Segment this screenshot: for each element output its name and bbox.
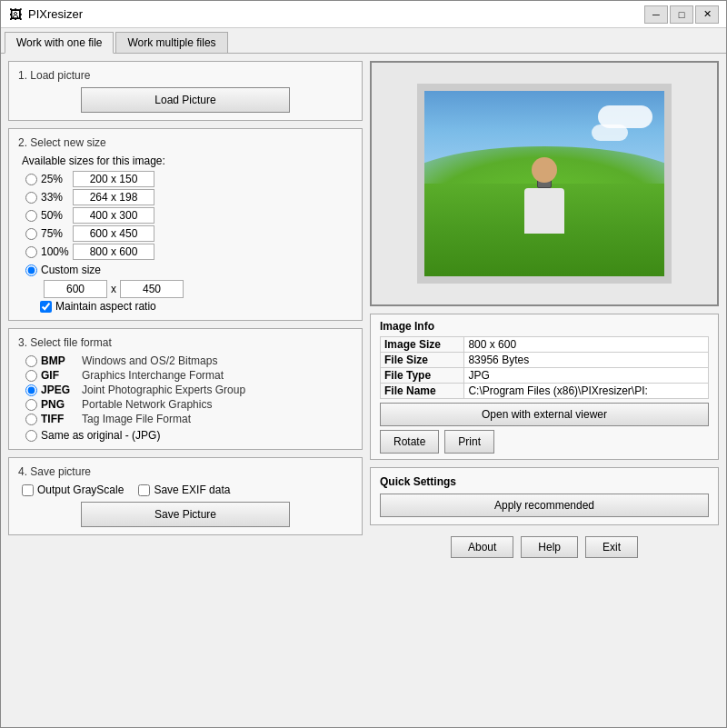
format-section-label: 3. Select file format	[18, 336, 353, 349]
aspect-ratio-checkbox[interactable]	[40, 301, 52, 313]
left-panel: 1. Load picture Load Picture 2. Select n…	[8, 61, 363, 720]
size-pct-25: 25%	[41, 173, 73, 185]
filetype-key: File Type	[381, 368, 464, 384]
open-external-button[interactable]: Open with external viewer	[380, 403, 709, 426]
size-pct-33: 33%	[41, 191, 73, 204]
custom-inputs-row: x	[18, 280, 353, 298]
format-name-bmp: BMP	[41, 354, 82, 367]
format-section: 3. Select file format BMP Windows and OS…	[8, 328, 363, 450]
format-radio-png[interactable]	[25, 399, 37, 411]
preview-inner	[417, 84, 672, 284]
person-head	[532, 157, 557, 183]
info-row-filename: File Name C:\Program Files (x86)\PIXresi…	[381, 384, 709, 399]
right-panel: Image Info Image Size 800 x 600 File Siz…	[370, 61, 719, 720]
x-separator: x	[111, 283, 116, 295]
filesize-val: 83956 Bytes	[464, 353, 709, 368]
size-row-100: 100% 800 x 600	[18, 244, 353, 260]
format-row-tiff: TIFF Tag Image File Format	[18, 413, 353, 425]
load-picture-section: 1. Load picture Load Picture	[8, 61, 363, 121]
size-val: 800 x 600	[464, 337, 709, 353]
minimize-button[interactable]: ─	[644, 5, 668, 24]
info-row-size: Image Size 800 x 600	[381, 337, 709, 353]
select-size-section: 2. Select new size Available sizes for t…	[8, 128, 363, 321]
size-section-label: 2. Select new size	[18, 136, 353, 149]
format-name-gif: GIF	[41, 369, 82, 382]
image-preview-box	[370, 61, 719, 306]
exif-checkbox[interactable]	[138, 484, 150, 496]
size-radio-100[interactable]	[25, 246, 37, 258]
custom-label: Custom size	[41, 264, 101, 276]
bottom-buttons: About Help Exit	[370, 533, 719, 562]
format-row-jpeg: JPEG Joint Photographic Experts Group	[18, 384, 353, 396]
person-figure	[517, 157, 572, 239]
close-button[interactable]: ✕	[695, 5, 719, 24]
size-pct-100: 100%	[41, 245, 73, 258]
tab-one-file[interactable]: Work with one file	[5, 32, 114, 54]
filename-key: File Name	[381, 384, 464, 399]
grayscale-checkbox[interactable]	[22, 484, 34, 496]
filetype-val: JPG	[464, 368, 709, 384]
print-button[interactable]: Print	[444, 430, 494, 454]
about-button[interactable]: About	[451, 536, 513, 558]
custom-height-input[interactable]	[120, 280, 184, 298]
size-radio-75[interactable]	[25, 228, 37, 240]
same-as-label: Same as original - (JPG)	[41, 429, 160, 442]
load-section-label: 1. Load picture	[18, 69, 353, 82]
format-radio-gif[interactable]	[25, 370, 37, 382]
size-row-25: 25% 200 x 150	[18, 171, 353, 187]
format-radio-tiff[interactable]	[25, 414, 37, 425]
load-picture-button[interactable]: Load Picture	[81, 87, 290, 113]
format-name-jpeg: JPEG	[41, 384, 82, 396]
size-row-33: 33% 264 x 198	[18, 189, 353, 205]
size-radio-25[interactable]	[25, 174, 37, 185]
image-info-title: Image Info	[380, 320, 709, 333]
app-icon: 🖼	[8, 7, 23, 22]
size-dim-25: 200 x 150	[73, 171, 154, 187]
rotate-print-row: Rotate Print	[380, 430, 709, 454]
size-dim-50: 400 x 300	[73, 207, 154, 224]
preview-image	[424, 91, 664, 276]
exit-button[interactable]: Exit	[585, 536, 638, 558]
tab-bar: Work with one file Work multiple files	[1, 28, 726, 54]
size-pct-50: 50%	[41, 209, 73, 222]
size-row-50: 50% 400 x 300	[18, 207, 353, 224]
info-row-filesize: File Size 83956 Bytes	[381, 353, 709, 368]
main-content: 1. Load picture Load Picture 2. Select n…	[1, 54, 726, 727]
format-radio-jpeg[interactable]	[25, 384, 37, 396]
filesize-key: File Size	[381, 353, 464, 368]
format-desc-gif: Graphics Interchange Format	[82, 369, 224, 382]
format-radio-same[interactable]	[25, 430, 37, 442]
size-radio-custom[interactable]	[25, 264, 37, 276]
save-section-label: 4. Save picture	[18, 465, 353, 478]
custom-width-input[interactable]	[44, 280, 107, 298]
cloud2	[592, 125, 628, 141]
title-bar: 🖼 PIXresizer ─ □ ✕	[1, 1, 726, 28]
size-radio-50[interactable]	[25, 210, 37, 222]
aspect-ratio-row: Maintain aspect ratio	[18, 300, 353, 313]
tab-multi-file[interactable]: Work multiple files	[115, 32, 227, 53]
format-desc-jpeg: Joint Photographic Experts Group	[82, 384, 245, 396]
apply-recommended-button[interactable]: Apply recommended	[380, 494, 709, 517]
rotate-button[interactable]: Rotate	[380, 430, 439, 454]
size-key: Image Size	[381, 337, 464, 353]
image-info-box: Image Info Image Size 800 x 600 File Siz…	[370, 314, 719, 460]
info-table: Image Size 800 x 600 File Size 83956 Byt…	[380, 336, 709, 399]
same-as-row: Same as original - (JPG)	[18, 429, 353, 442]
filename-val: C:\Program Files (x86)\PIXresizer\PI:	[464, 384, 709, 399]
format-row-gif: GIF Graphics Interchange Format	[18, 369, 353, 382]
format-name-png: PNG	[41, 398, 82, 411]
format-radio-bmp[interactable]	[25, 355, 37, 367]
size-radio-33[interactable]	[25, 192, 37, 204]
format-row-bmp: BMP Windows and OS/2 Bitmaps	[18, 354, 353, 367]
save-checkboxes: Output GrayScale Save EXIF data	[18, 484, 353, 496]
size-dim-75: 600 x 450	[73, 225, 154, 242]
aspect-ratio-label: Maintain aspect ratio	[55, 300, 156, 313]
window-title: PIXresizer	[28, 7, 644, 21]
format-desc-png: Portable Network Graphics	[82, 398, 212, 411]
size-row-75: 75% 600 x 450	[18, 225, 353, 242]
maximize-button[interactable]: □	[670, 5, 693, 24]
format-desc-bmp: Windows and OS/2 Bitmaps	[82, 354, 217, 367]
grayscale-label: Output GrayScale	[22, 484, 124, 496]
help-button[interactable]: Help	[521, 536, 578, 558]
save-picture-button[interactable]: Save Picture	[81, 502, 290, 527]
